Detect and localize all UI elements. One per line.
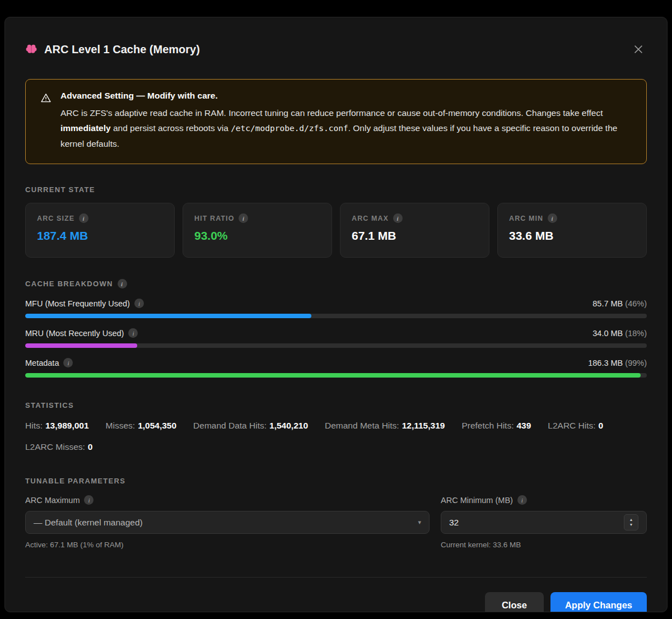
metadata-label: Metadata i — [25, 358, 73, 367]
stat-l2arc-misses: L2ARC Misses:0 — [25, 442, 92, 452]
metadata-bar-track — [25, 373, 647, 378]
statistics-label: STATISTICS — [25, 401, 647, 409]
metadata-value: 186.3 MB (99%) — [588, 359, 647, 367]
warning-text: Advanced Setting — Modify with care. ARC… — [60, 91, 632, 151]
modal-header: ARC Level 1 Cache (Memory) — [25, 17, 647, 58]
statistics-row: Hits:13,989,001 Misses:1,054,350 Demand … — [25, 421, 647, 452]
info-icon[interactable]: i — [63, 358, 73, 367]
info-icon[interactable]: i — [79, 213, 88, 223]
stat-misses-value: 1,054,350 — [138, 421, 176, 430]
advanced-warning-banner: Advanced Setting — Modify with care. ARC… — [25, 79, 647, 164]
stat-l2arc-hits-value: 0 — [599, 421, 604, 430]
stat-demand-data-hits-label: Demand Data Hits: — [193, 421, 267, 430]
info-icon[interactable]: i — [134, 299, 144, 308]
card-arc-max-value: 67.1 MB — [352, 229, 478, 243]
card-arc-min-label: ARC MIN — [509, 215, 543, 222]
modal-title: ARC Level 1 Cache (Memory) — [44, 43, 200, 56]
mfu-bar-track — [25, 314, 647, 318]
stat-l2arc-hits: L2ARC Hits:0 — [548, 421, 603, 431]
metadata-size: 186.3 MB — [588, 359, 623, 367]
arc-minimum-input-wrap: ▴ ▾ — [441, 511, 647, 534]
card-hit-ratio-label: HIT RATIO — [194, 215, 234, 222]
mru-percent: (18%) — [625, 329, 647, 338]
mfu-label-text: MFU (Most Frequently Used) — [25, 299, 130, 308]
card-hit-ratio-value: 93.0% — [194, 229, 320, 243]
close-button[interactable]: Close — [485, 592, 544, 612]
info-icon[interactable]: i — [393, 213, 403, 223]
arc-minimum-input[interactable] — [449, 518, 624, 528]
arc-maximum-label-text: ARC Maximum — [25, 496, 80, 505]
metadata-label-text: Metadata — [25, 359, 59, 367]
tunable-parameters-label: TUNABLE PARAMETERS — [25, 477, 647, 485]
info-icon[interactable]: i — [128, 328, 138, 338]
breakdown-row-mfu: MFU (Most Frequently Used) i 85.7 MB (46… — [25, 299, 647, 318]
chevron-down-icon: ▾ — [418, 519, 421, 526]
stat-demand-data-hits-value: 1,540,210 — [269, 421, 308, 430]
info-icon[interactable]: i — [517, 495, 527, 505]
mfu-percent: (46%) — [625, 299, 647, 308]
stat-prefetch-hits: Prefetch Hits:439 — [461, 421, 531, 431]
arc-minimum-label-text: ARC Minimum (MB) — [441, 496, 513, 505]
card-hit-ratio: HIT RATIO i 93.0% — [183, 203, 332, 258]
number-stepper[interactable]: ▴ ▾ — [624, 514, 638, 530]
card-arc-size-label: ARC SIZE — [37, 215, 74, 222]
arc-minimum-helper: Current kernel: 33.6 MB — [441, 541, 647, 549]
mru-bar-fill — [25, 343, 137, 348]
warning-code-path: /etc/modprobe.d/zfs.conf — [231, 124, 348, 133]
stat-prefetch-hits-value: 439 — [516, 421, 531, 430]
warning-body-2: and persist across reboots via — [111, 123, 231, 133]
info-icon[interactable]: i — [118, 279, 127, 288]
tunables-grid: ARC Maximum i — Default (kernel managed)… — [25, 495, 647, 549]
brain-icon — [25, 43, 38, 55]
card-arc-min-value: 33.6 MB — [509, 229, 635, 243]
card-arc-size: ARC SIZE i 187.4 MB — [25, 203, 175, 258]
stat-l2arc-misses-value: 0 — [88, 442, 93, 452]
apply-changes-button[interactable]: Apply Changes — [550, 592, 647, 612]
stat-demand-meta-hits: Demand Meta Hits:12,115,319 — [325, 421, 445, 431]
stat-prefetch-hits-label: Prefetch Hits: — [461, 421, 514, 430]
mru-label-text: MRU (Most Recently Used) — [25, 329, 124, 338]
mru-size: 34.0 MB — [592, 329, 623, 338]
stat-misses-label: Misses: — [106, 421, 136, 430]
arc-maximum-helper: Active: 67.1 MB (1% of RAM) — [25, 541, 430, 549]
warning-body-1: ARC is ZFS's adaptive read cache in RAM.… — [60, 108, 603, 118]
stat-demand-data-hits: Demand Data Hits:1,540,210 — [193, 421, 308, 431]
breakdown-row-mru: MRU (Most Recently Used) i 34.0 MB (18%) — [25, 328, 647, 348]
card-arc-max-header: ARC MAX i — [352, 213, 478, 223]
mfu-size: 85.7 MB — [592, 299, 623, 308]
info-icon[interactable]: i — [239, 213, 248, 223]
arc-maximum-selected-value: — Default (kernel managed) — [34, 518, 143, 528]
arc-minimum-field-group: ARC Minimum (MB) i ▴ ▾ Current kernel: 3… — [441, 495, 647, 549]
card-arc-min: ARC MIN i 33.6 MB — [497, 203, 647, 258]
stat-hits: Hits:13,989,001 — [25, 421, 89, 431]
mfu-value: 85.7 MB (46%) — [592, 299, 647, 308]
stat-demand-meta-hits-value: 12,115,319 — [402, 421, 445, 430]
current-state-label: CURRENT STATE — [25, 185, 647, 194]
stat-l2arc-hits-label: L2ARC Hits: — [548, 421, 595, 430]
card-arc-min-header: ARC MIN i — [509, 213, 635, 223]
arc-maximum-label: ARC Maximum i — [25, 495, 430, 505]
footer-actions: Close Apply Changes — [25, 592, 647, 612]
info-icon[interactable]: i — [84, 495, 94, 505]
breakdown-row-metadata: Metadata i 186.3 MB (99%) — [25, 358, 647, 378]
stat-l2arc-misses-label: L2ARC Misses: — [25, 442, 85, 452]
card-arc-size-header: ARC SIZE i — [37, 213, 163, 223]
mru-value: 34.0 MB (18%) — [592, 329, 647, 338]
cache-breakdown-label-text: CACHE BREAKDOWN — [25, 280, 113, 288]
warning-bold: immediately — [60, 123, 111, 133]
info-icon[interactable]: i — [548, 213, 557, 223]
arc-maximum-field-group: ARC Maximum i — Default (kernel managed)… — [25, 495, 430, 549]
card-arc-max-label: ARC MAX — [352, 215, 389, 222]
stat-demand-meta-hits-label: Demand Meta Hits: — [325, 421, 399, 430]
card-arc-max: ARC MAX i 67.1 MB — [340, 203, 489, 258]
card-hit-ratio-header: HIT RATIO i — [194, 213, 320, 223]
stepper-down-icon[interactable]: ▾ — [630, 523, 632, 528]
stat-misses: Misses:1,054,350 — [106, 421, 177, 431]
arc-maximum-select[interactable]: — Default (kernel managed) ▾ — [25, 511, 430, 534]
close-icon[interactable] — [630, 41, 647, 58]
mfu-label: MFU (Most Frequently Used) i — [25, 299, 144, 308]
stat-hits-label: Hits: — [25, 421, 43, 430]
mru-label: MRU (Most Recently Used) i — [25, 328, 138, 338]
current-state-cards: ARC SIZE i 187.4 MB HIT RATIO i 93.0% AR… — [25, 203, 647, 258]
warning-body: ARC is ZFS's adaptive read cache in RAM.… — [60, 105, 632, 151]
